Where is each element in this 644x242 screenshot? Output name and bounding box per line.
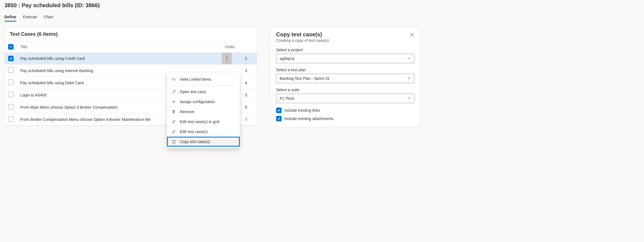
row-title: Pay scheduled bills using Credit Card	[17, 53, 222, 65]
suite-select[interactable]: P1 Tests	[276, 94, 414, 103]
include-attachments-checkbox[interactable]	[276, 116, 282, 121]
row-order: 2	[240, 53, 257, 65]
close-icon[interactable]	[409, 31, 415, 39]
suite-label: Select a suite	[276, 88, 414, 92]
project-select[interactable]: agileproj	[276, 54, 414, 63]
pencil-icon	[171, 119, 176, 124]
test-plan-select[interactable]: Banking Test Plan - Sprint 31	[276, 74, 414, 83]
menu-item[interactable]: Remove	[167, 107, 240, 117]
project-label: Select a project	[276, 48, 414, 52]
row-checkbox[interactable]	[8, 92, 14, 97]
include-attachments-label: Include existing attachments	[284, 116, 334, 121]
page-title: 3850 : Pay scheduled bills (ID: 3866)	[4, 2, 640, 9]
row-order: 7	[240, 113, 257, 126]
tab-execute[interactable]: Execute	[23, 13, 37, 22]
menu-separator	[170, 85, 236, 86]
menu-item[interactable]: Open test case	[167, 87, 240, 97]
trash-icon	[171, 109, 176, 114]
menu-item[interactable]: View Linked Items	[167, 74, 240, 84]
tab-define[interactable]: Define	[4, 13, 16, 22]
test-plan-label: Select a test plan	[276, 68, 414, 72]
menu-item[interactable]: Edit test case(s)	[167, 127, 240, 129]
test-plan-value: Banking Test Plan - Sprint 31	[280, 76, 330, 81]
table-row[interactable]: Pay scheduled bills using Credit Card2	[5, 53, 257, 65]
row-order: 5	[240, 89, 257, 101]
include-links-label: Include existing links	[284, 108, 320, 113]
col-title[interactable]: Title	[17, 41, 222, 53]
tab-chart[interactable]: Chart	[44, 13, 53, 22]
row-checkbox[interactable]	[8, 80, 14, 85]
menu-item-label: View Linked Items	[180, 77, 211, 81]
col-order[interactable]: Order	[222, 41, 240, 53]
menu-item[interactable]: Edit test case(s) in grid	[167, 117, 240, 127]
tabs: Define Execute Chart	[4, 13, 640, 22]
chevron-down-icon	[407, 76, 411, 81]
menu-item[interactable]: Assign configuration	[167, 97, 240, 107]
row-checkbox[interactable]	[8, 116, 14, 122]
context-menu: View Linked ItemsOpen test caseAssign co…	[167, 73, 240, 129]
menu-item-label: Assign configuration	[180, 100, 215, 104]
menu-item-label: Remove	[180, 109, 194, 114]
row-checkbox[interactable]	[8, 104, 14, 109]
panel-subtitle: Creating a copy of test case(s)	[276, 38, 414, 43]
chevron-down-icon	[407, 96, 411, 101]
table-header: Title Order	[5, 41, 257, 53]
row-checkbox[interactable]	[8, 56, 14, 61]
select-all-checkbox[interactable]	[8, 44, 14, 50]
include-links-checkbox[interactable]	[276, 108, 282, 113]
test-cases-title: Test Cases (6 items)	[5, 27, 257, 41]
link-icon	[171, 77, 176, 81]
row-actions-button[interactable]	[222, 53, 232, 64]
copy-panel: Copy test case(s) Creating a copy of tes…	[270, 27, 420, 127]
svg-rect-0	[10, 47, 12, 47]
config-icon	[171, 100, 176, 104]
row-order: 6	[240, 101, 257, 113]
row-checkbox[interactable]	[8, 67, 14, 73]
menu-item-label: Edit test case(s) in grid	[180, 119, 219, 124]
open-icon	[171, 90, 176, 94]
panel-title: Copy test case(s)	[276, 31, 414, 38]
menu-item-label: Open test case	[180, 90, 206, 94]
chevron-down-icon	[407, 56, 411, 61]
row-order: 3	[240, 65, 257, 77]
suite-value: P1 Tests	[280, 96, 294, 101]
row-order: 4	[240, 77, 257, 89]
project-value: agileproj	[280, 56, 294, 61]
